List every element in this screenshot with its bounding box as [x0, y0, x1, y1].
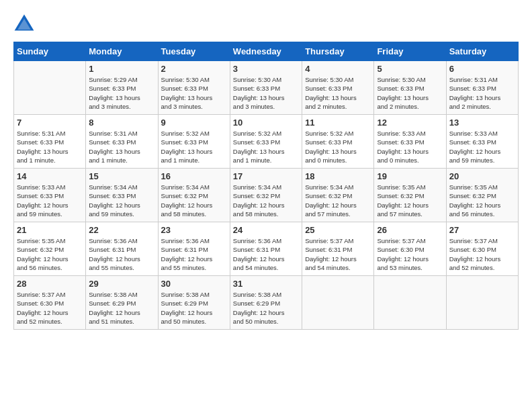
day-info: Sunrise: 5:34 AM Sunset: 6:32 PM Dayligh… [233, 183, 299, 218]
column-header-wednesday: Wednesday [230, 42, 302, 61]
calendar-cell: 7Sunrise: 5:31 AM Sunset: 6:33 PM Daylig… [14, 115, 86, 169]
column-header-sunday: Sunday [14, 42, 86, 61]
calendar-cell: 21Sunrise: 5:35 AM Sunset: 6:32 PM Dayli… [14, 222, 86, 276]
calendar-table: SundayMondayTuesdayWednesdayThursdayFrid… [13, 42, 519, 330]
day-number: 5 [377, 64, 443, 74]
day-info: Sunrise: 5:38 AM Sunset: 6:29 PM Dayligh… [233, 290, 299, 326]
calendar-week-row: 1Sunrise: 5:29 AM Sunset: 6:33 PM Daylig… [14, 61, 519, 115]
day-info: Sunrise: 5:34 AM Sunset: 6:32 PM Dayligh… [305, 183, 371, 218]
calendar-cell: 20Sunrise: 5:35 AM Sunset: 6:32 PM Dayli… [446, 169, 518, 222]
calendar-cell: 10Sunrise: 5:32 AM Sunset: 6:33 PM Dayli… [230, 115, 302, 169]
day-number: 8 [89, 118, 154, 128]
day-info: Sunrise: 5:29 AM Sunset: 6:33 PM Dayligh… [89, 75, 154, 111]
day-number: 9 [161, 118, 227, 128]
calendar-cell: 3Sunrise: 5:30 AM Sunset: 6:33 PM Daylig… [230, 61, 302, 115]
day-number: 7 [17, 118, 83, 128]
calendar-cell [446, 276, 518, 330]
day-info: Sunrise: 5:31 AM Sunset: 6:33 PM Dayligh… [17, 129, 83, 165]
day-info: Sunrise: 5:37 AM Sunset: 6:31 PM Dayligh… [305, 236, 371, 272]
calendar-cell: 31Sunrise: 5:38 AM Sunset: 6:29 PM Dayli… [230, 276, 302, 330]
column-header-monday: Monday [86, 42, 158, 61]
calendar-cell [374, 276, 446, 330]
logo-icon [13, 13, 35, 35]
calendar-week-row: 7Sunrise: 5:31 AM Sunset: 6:33 PM Daylig… [14, 115, 519, 169]
day-number: 30 [161, 279, 227, 289]
calendar-cell: 16Sunrise: 5:34 AM Sunset: 6:32 PM Dayli… [158, 169, 230, 222]
day-number: 29 [89, 279, 154, 289]
calendar-cell: 1Sunrise: 5:29 AM Sunset: 6:33 PM Daylig… [86, 61, 158, 115]
day-info: Sunrise: 5:33 AM Sunset: 6:33 PM Dayligh… [17, 183, 83, 218]
day-info: Sunrise: 5:34 AM Sunset: 6:33 PM Dayligh… [89, 183, 154, 218]
column-header-thursday: Thursday [302, 42, 374, 61]
day-info: Sunrise: 5:30 AM Sunset: 6:33 PM Dayligh… [161, 75, 227, 111]
calendar-week-row: 14Sunrise: 5:33 AM Sunset: 6:33 PM Dayli… [14, 169, 519, 222]
day-info: Sunrise: 5:37 AM Sunset: 6:30 PM Dayligh… [449, 236, 515, 272]
day-number: 10 [233, 118, 299, 128]
calendar-cell: 18Sunrise: 5:34 AM Sunset: 6:32 PM Dayli… [302, 169, 374, 222]
day-number: 24 [233, 225, 299, 235]
day-number: 27 [449, 225, 515, 235]
day-number: 26 [377, 225, 443, 235]
day-info: Sunrise: 5:36 AM Sunset: 6:31 PM Dayligh… [233, 236, 299, 272]
calendar-cell: 17Sunrise: 5:34 AM Sunset: 6:32 PM Dayli… [230, 169, 302, 222]
logo [13, 13, 38, 35]
calendar-cell: 23Sunrise: 5:36 AM Sunset: 6:31 PM Dayli… [158, 222, 230, 276]
day-number: 13 [449, 118, 515, 128]
day-number: 6 [449, 64, 515, 74]
calendar-cell: 5Sunrise: 5:30 AM Sunset: 6:33 PM Daylig… [374, 61, 446, 115]
day-info: Sunrise: 5:33 AM Sunset: 6:33 PM Dayligh… [449, 129, 515, 165]
day-number: 18 [305, 171, 371, 181]
column-header-friday: Friday [374, 42, 446, 61]
column-header-tuesday: Tuesday [158, 42, 230, 61]
day-info: Sunrise: 5:32 AM Sunset: 6:33 PM Dayligh… [233, 129, 299, 165]
day-number: 3 [233, 64, 299, 74]
day-number: 16 [161, 171, 227, 181]
calendar-cell: 27Sunrise: 5:37 AM Sunset: 6:30 PM Dayli… [446, 222, 518, 276]
day-number: 25 [305, 225, 371, 235]
calendar-cell: 24Sunrise: 5:36 AM Sunset: 6:31 PM Dayli… [230, 222, 302, 276]
calendar-cell: 13Sunrise: 5:33 AM Sunset: 6:33 PM Dayli… [446, 115, 518, 169]
day-info: Sunrise: 5:31 AM Sunset: 6:33 PM Dayligh… [89, 129, 154, 165]
day-info: Sunrise: 5:36 AM Sunset: 6:31 PM Dayligh… [89, 236, 154, 272]
day-number: 19 [377, 171, 443, 181]
day-info: Sunrise: 5:30 AM Sunset: 6:33 PM Dayligh… [305, 75, 371, 111]
day-info: Sunrise: 5:30 AM Sunset: 6:33 PM Dayligh… [377, 75, 443, 111]
calendar-cell: 2Sunrise: 5:30 AM Sunset: 6:33 PM Daylig… [158, 61, 230, 115]
day-info: Sunrise: 5:38 AM Sunset: 6:29 PM Dayligh… [161, 290, 227, 326]
calendar-cell [302, 276, 374, 330]
day-info: Sunrise: 5:35 AM Sunset: 6:32 PM Dayligh… [449, 183, 515, 218]
calendar-cell: 29Sunrise: 5:38 AM Sunset: 6:29 PM Dayli… [86, 276, 158, 330]
calendar-cell [14, 61, 86, 115]
day-info: Sunrise: 5:35 AM Sunset: 6:32 PM Dayligh… [17, 236, 83, 272]
day-info: Sunrise: 5:34 AM Sunset: 6:32 PM Dayligh… [161, 183, 227, 218]
day-info: Sunrise: 5:32 AM Sunset: 6:33 PM Dayligh… [161, 129, 227, 165]
calendar-cell: 26Sunrise: 5:37 AM Sunset: 6:30 PM Dayli… [374, 222, 446, 276]
calendar-cell: 19Sunrise: 5:35 AM Sunset: 6:32 PM Dayli… [374, 169, 446, 222]
day-number: 31 [233, 279, 299, 289]
day-info: Sunrise: 5:33 AM Sunset: 6:33 PM Dayligh… [377, 129, 443, 165]
calendar-cell: 14Sunrise: 5:33 AM Sunset: 6:33 PM Dayli… [14, 169, 86, 222]
calendar-cell: 22Sunrise: 5:36 AM Sunset: 6:31 PM Dayli… [86, 222, 158, 276]
calendar-cell: 9Sunrise: 5:32 AM Sunset: 6:33 PM Daylig… [158, 115, 230, 169]
day-number: 17 [233, 171, 299, 181]
day-info: Sunrise: 5:30 AM Sunset: 6:33 PM Dayligh… [233, 75, 299, 111]
calendar-cell: 25Sunrise: 5:37 AM Sunset: 6:31 PM Dayli… [302, 222, 374, 276]
day-info: Sunrise: 5:32 AM Sunset: 6:33 PM Dayligh… [305, 129, 371, 165]
day-info: Sunrise: 5:37 AM Sunset: 6:30 PM Dayligh… [377, 236, 443, 272]
day-number: 2 [161, 64, 227, 74]
day-number: 22 [89, 225, 154, 235]
day-info: Sunrise: 5:36 AM Sunset: 6:31 PM Dayligh… [161, 236, 227, 272]
day-number: 23 [161, 225, 227, 235]
calendar-cell: 28Sunrise: 5:37 AM Sunset: 6:30 PM Dayli… [14, 276, 86, 330]
calendar-header-row: SundayMondayTuesdayWednesdayThursdayFrid… [14, 42, 519, 61]
day-info: Sunrise: 5:37 AM Sunset: 6:30 PM Dayligh… [17, 290, 83, 326]
day-number: 4 [305, 64, 371, 74]
calendar-week-row: 21Sunrise: 5:35 AM Sunset: 6:32 PM Dayli… [14, 222, 519, 276]
day-number: 28 [17, 279, 83, 289]
page-header [13, 13, 519, 35]
day-info: Sunrise: 5:38 AM Sunset: 6:29 PM Dayligh… [89, 290, 154, 326]
day-info: Sunrise: 5:31 AM Sunset: 6:33 PM Dayligh… [449, 75, 515, 111]
day-number: 20 [449, 171, 515, 181]
day-number: 12 [377, 118, 443, 128]
calendar-week-row: 28Sunrise: 5:37 AM Sunset: 6:30 PM Dayli… [14, 276, 519, 330]
